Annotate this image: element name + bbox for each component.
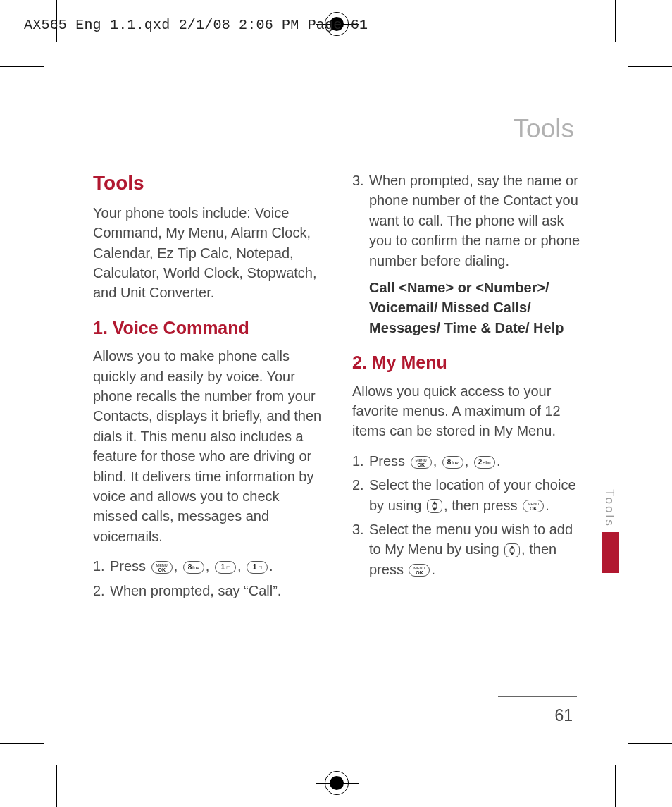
step-number: 2. [93,581,110,600]
step-number: 3. [352,519,369,579]
step-body: Press , 8tuv, 1 □, 1 □. [110,556,324,576]
crop-mark [615,765,616,807]
intro-paragraph: Your phone tools include: Voice Command,… [93,203,324,303]
key-1-icon: 1 □ [247,561,268,574]
mm-step-2: 2. Select the location of your choice by… [352,475,583,515]
step-body: Select the menu you wish to add to My Me… [369,519,583,579]
key-1-icon: 1 □ [215,561,236,574]
step-number: 3. [352,171,369,271]
key-nav-icon [427,499,442,513]
section-title-voice-command: 1. Voice Command [93,316,324,341]
key-nav-icon [504,543,520,557]
step-number: 1. [352,451,369,471]
registration-mark-bottom [325,771,349,795]
key-menu-ok-icon [409,564,430,577]
step-text: Press [369,453,409,469]
my-menu-body: Allows you quick access to your favorite… [352,381,583,441]
step-body: When prompted, say the name or phone num… [369,171,583,271]
mm-step-3: 3. Select the menu you wish to add to My… [352,519,583,579]
side-tab-bar [602,532,619,573]
side-tab-label: Tools [602,489,616,528]
page-number: 61 [554,706,573,725]
key-2-icon: 2abc [474,456,495,469]
file-slug: AX565_Eng 1.1.qxd 2/1/08 2:06 PM Page 61 [24,17,368,33]
voice-command-body: Allows you to make phone calls quickly a… [93,346,324,546]
crop-mark [628,66,672,67]
crop-mark [56,765,57,807]
step-text: , then press [444,498,521,513]
crop-mark [0,66,44,67]
crop-mark [628,743,672,744]
mm-step-1: 1. Press , 8tuv, 2abc. [352,451,583,471]
running-head: Tools [514,114,574,144]
section-title-tools: Tools [93,169,324,197]
step-number: 2. [352,475,369,515]
content-columns: Tools Your phone tools include: Voice Co… [93,169,586,605]
section-title-my-menu: 2. My Menu [352,350,583,376]
key-menu-ok-icon [151,561,173,574]
key-menu-ok-icon [411,456,432,469]
step-body: Press , 8tuv, 2abc. [369,451,583,471]
key-8-icon: 8tuv [442,456,463,469]
step-body: When prompted, say “Call”. [110,581,324,600]
vc-step-3: 3. When prompted, say the name or phone … [352,171,583,271]
side-tab: Tools [599,489,619,573]
key-8-icon: 8tuv [183,561,204,574]
step-body: Select the location of your choice by us… [369,475,583,515]
step-text: Press [110,558,150,574]
vc-step-2: 2. When prompted, say “Call”. [93,581,324,600]
crop-mark [615,0,616,42]
crop-mark [0,743,44,744]
voice-command-list: Call <Name> or <Number>/ Voicemail/ Miss… [369,278,583,338]
column-right: 3. When prompted, say the name or phone … [352,169,583,605]
vc-step-1: 1. Press , 8tuv, 1 □, 1 □. [93,556,324,576]
step-number: 1. [93,556,110,576]
column-left: Tools Your phone tools include: Voice Co… [93,169,324,605]
footer-rule [498,696,577,697]
key-menu-ok-icon [523,500,544,512]
page-frame: Tools Tools Your phone tools include: Vo… [55,51,619,758]
